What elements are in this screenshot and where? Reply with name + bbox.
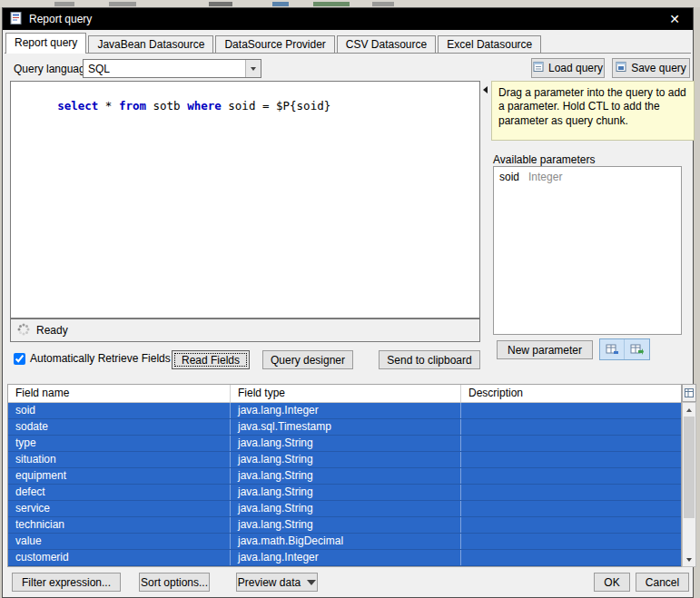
table-cell-name: soid [8, 403, 231, 418]
fields-table: Field name Field type Description soidja… [7, 384, 682, 567]
column-header-field-type[interactable]: Field type [231, 385, 461, 402]
table-cell-name: situation [8, 452, 231, 467]
table-cell-name: type [8, 436, 231, 451]
auto-retrieve-row: Automatically Retrieve Fields [14, 352, 171, 365]
table-row[interactable]: soidjava.lang.Integer [8, 403, 681, 419]
table-cell-description [461, 419, 681, 435]
table-row[interactable]: sodatejava.sql.Timestamp [8, 419, 681, 436]
read-fields-button[interactable]: Read Fields [172, 350, 250, 369]
table-row[interactable]: typejava.lang.String [8, 436, 681, 452]
query-language-select[interactable]: SQL [83, 59, 261, 78]
table-cell-type: java.math.BigDecimal [231, 534, 461, 549]
scrollbar-thumb[interactable] [684, 417, 695, 518]
background-app-strip [0, 0, 700, 7]
save-query-icon [616, 61, 627, 75]
query-language-label: Query language [14, 63, 91, 75]
dropdown-arrow-icon [307, 580, 316, 585]
busy-spinner-icon [17, 323, 30, 338]
table-row[interactable]: equipmentjava.lang.String [8, 468, 681, 485]
table-cell-description [461, 485, 681, 500]
auto-retrieve-checkbox[interactable] [14, 353, 25, 365]
sort-options-button[interactable]: Sort options... [139, 573, 210, 592]
sql-token: from [119, 99, 146, 113]
background-toolbar-fragment [54, 2, 74, 6]
table-cell-type: java.lang.String [231, 501, 461, 516]
parameter-tool-buttons [599, 338, 650, 360]
table-cell-type: java.sql.Timestamp [231, 419, 461, 435]
available-parameters-label: Available parameters [493, 153, 596, 166]
table-cell-name: defect [8, 485, 231, 500]
send-to-clipboard-button[interactable]: Send to clipboard [379, 350, 480, 369]
background-toolbar-fragment [109, 2, 136, 6]
fields-table-header: Field name Field type Description [8, 385, 681, 403]
sql-token: where [187, 99, 222, 113]
table-cell-type: java.lang.Integer [231, 403, 461, 418]
parameter-type: Integer [528, 171, 562, 183]
tab-excel-datasource[interactable]: Excel Datasource [438, 35, 541, 53]
scroll-up-icon[interactable] [683, 403, 695, 417]
copy-parameters-icon[interactable] [600, 339, 625, 359]
import-parameters-icon[interactable] [625, 339, 649, 359]
tab-datasource-provider[interactable]: DataSource Provider [215, 35, 334, 53]
window-icon [10, 12, 23, 27]
sql-token: select [57, 99, 98, 113]
chevron-down-icon [251, 67, 256, 71]
table-row[interactable]: valuejava.math.BigDecimal [8, 534, 681, 550]
table-cell-name: value [8, 534, 231, 549]
sql-editor[interactable]: select * from sotb where soid = $P{soid} [10, 81, 480, 319]
column-header-description[interactable]: Description [461, 385, 681, 402]
table-cell-description [461, 468, 681, 484]
table-row[interactable]: situationjava.lang.String [8, 452, 681, 468]
tab-report-query[interactable]: Report query [5, 33, 86, 54]
filter-expression-button[interactable]: Filter expression... [12, 573, 121, 592]
ok-button[interactable]: OK [594, 573, 630, 592]
query-language-value: SQL [84, 63, 245, 75]
title-bar[interactable]: Report query ✕ [3, 8, 693, 30]
collapse-left-icon [483, 86, 488, 93]
table-row[interactable]: technicianjava.lang.String [8, 517, 681, 534]
close-icon[interactable]: ✕ [664, 11, 685, 27]
save-query-label: Save query [631, 62, 686, 74]
cancel-button[interactable]: Cancel [636, 573, 689, 592]
background-toolbar-fragment [272, 2, 289, 6]
sql-editor-content: select * from sotb where soid = $P{soid} [57, 99, 330, 113]
table-options-icon[interactable] [682, 384, 696, 402]
query-designer-button[interactable]: Query designer [262, 350, 353, 369]
load-query-button[interactable]: Load query [531, 58, 605, 78]
load-query-icon [533, 61, 545, 75]
background-toolbar-fragment [209, 2, 232, 6]
tab-csv-datasource[interactable]: CSV Datasource [337, 35, 436, 53]
table-cell-description [461, 534, 681, 549]
table-row[interactable]: customeridjava.lang.Integer [8, 550, 681, 566]
fields-table-body: soidjava.lang.Integersodatejava.sql.Time… [8, 403, 681, 566]
table-cell-description [461, 403, 681, 418]
parameter-hint: Drag a parameter into the query to add a… [491, 81, 695, 141]
table-cell-name: customerid [8, 550, 231, 565]
table-cell-description [461, 436, 681, 451]
sql-token: sotb [146, 99, 187, 113]
table-cell-type: java.lang.String [231, 517, 461, 533]
table-cell-description [461, 501, 681, 516]
table-cell-type: java.lang.String [231, 436, 461, 451]
sql-token: * [98, 99, 119, 113]
table-row[interactable]: servicejava.lang.String [8, 501, 681, 517]
sql-token: soid = $P{soid} [222, 99, 330, 113]
table-scrollbar[interactable] [682, 402, 696, 567]
table-cell-type: java.lang.Integer [231, 550, 461, 565]
preview-data-button[interactable]: Preview data [236, 573, 318, 592]
save-query-button[interactable]: Save query [612, 58, 690, 78]
combo-dropdown-button[interactable] [245, 60, 261, 77]
new-parameter-button[interactable]: New parameter [497, 340, 593, 359]
table-row[interactable]: defectjava.lang.String [8, 485, 681, 501]
column-header-field-name[interactable]: Field name [8, 385, 231, 402]
status-text: Ready [36, 324, 68, 337]
scroll-down-icon[interactable] [683, 553, 695, 566]
tab-bar: Report query JavaBean Datasource DataSou… [5, 33, 690, 54]
tab-javabean-datasource[interactable]: JavaBean Datasource [88, 35, 213, 53]
table-cell-name: technician [8, 517, 231, 533]
parameter-item[interactable]: soidInteger [494, 167, 681, 187]
panel-splitter[interactable] [481, 83, 488, 97]
background-toolbar-fragment [372, 2, 394, 6]
parameters-list[interactable]: soidInteger [493, 166, 682, 335]
table-cell-description [461, 550, 681, 565]
